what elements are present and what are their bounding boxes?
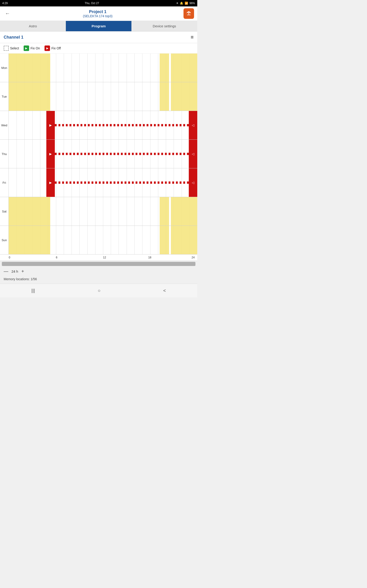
time-axis: 0 6 12 18 24: [0, 254, 197, 261]
schedule-grid: Mon Tue: [0, 53, 197, 254]
status-date: Thu, Oct 27: [85, 2, 99, 5]
prog-start-thu: ▶: [46, 140, 55, 168]
day-grid-thu[interactable]: ▶ ◁: [9, 140, 197, 168]
select-box-icon: [4, 46, 9, 51]
bottom-navigation: ||| ○ <: [0, 284, 197, 297]
upload-button[interactable]: [184, 8, 194, 19]
status-bar: 4:29 Thu, Oct 27 ✈ 🔔 📶 96%: [0, 0, 197, 6]
legend-fix-off[interactable]: ▶ Fix Off: [44, 45, 61, 51]
legend-select[interactable]: Select: [4, 46, 19, 51]
zoom-out-button[interactable]: —: [4, 269, 8, 274]
time-label-12: 12: [103, 256, 106, 259]
day-label-sun: Sun: [0, 226, 9, 254]
tab-program[interactable]: Program: [66, 21, 132, 31]
status-time: 4:29: [2, 2, 8, 5]
time-label-18: 18: [148, 256, 151, 259]
tab-bar: Astro Program Device settings: [0, 21, 197, 32]
battery-label: 96%: [190, 2, 195, 5]
row-wed: Wed ▶ ◁: [0, 111, 197, 140]
fix-on-icon: ▶: [24, 45, 29, 51]
svg-rect-0: [187, 15, 191, 15]
fix-off-label: Fix Off: [51, 46, 61, 50]
nav-home-button[interactable]: ○: [93, 287, 105, 295]
project-title-block: Project 1 (SELEKTA 174 top3): [12, 9, 184, 18]
header: ← Project 1 (SELEKTA 174 top3): [0, 6, 197, 21]
prog-end-thu: ◁: [189, 140, 197, 168]
day-grid-sun[interactable]: [9, 226, 197, 254]
row-tue: Tue: [0, 82, 197, 111]
signal-icon: ✈: [176, 2, 178, 5]
tab-device-settings[interactable]: Device settings: [131, 21, 197, 31]
project-title: Project 1: [12, 9, 184, 14]
back-button[interactable]: ←: [3, 10, 12, 17]
legend-bar: Select ▶ Fix On ▶ Fix Off: [0, 43, 197, 53]
time-label-24: 24: [192, 256, 194, 259]
day-grid-mon[interactable]: [9, 53, 197, 82]
row-thu: Thu ▶ ◁: [0, 140, 197, 168]
nav-back-button[interactable]: <: [159, 287, 171, 295]
day-grid-fri[interactable]: ▶ ◁: [9, 168, 197, 197]
day-grid-tue[interactable]: [9, 82, 197, 111]
channel-title: Channel 1: [4, 35, 23, 40]
prog-end-fri: ◁: [189, 168, 197, 197]
zoom-level: 24 h: [11, 269, 18, 273]
time-label-6: 6: [56, 256, 58, 259]
prog-start-fri: ▶: [46, 168, 55, 197]
legend-fix-on[interactable]: ▶ Fix On: [24, 45, 40, 51]
wifi-icon: 🔔: [180, 2, 183, 5]
day-label-thu: Thu: [0, 140, 9, 168]
zoom-controls: — 24 h +: [0, 267, 197, 276]
day-grid-sat[interactable]: [9, 197, 197, 225]
prog-start-wed: ▶: [46, 111, 55, 139]
day-label-mon: Mon: [0, 53, 9, 82]
tab-astro[interactable]: Astro: [0, 21, 66, 31]
channel-header: Channel 1 ≡: [0, 32, 197, 43]
time-scrollbar[interactable]: [2, 262, 195, 266]
day-label-tue: Tue: [0, 82, 9, 111]
channel-menu-icon[interactable]: ≡: [191, 34, 194, 40]
fix-on-label: Fix On: [31, 46, 40, 50]
day-label-fri: Fri: [0, 168, 9, 197]
row-sun: Sun: [0, 226, 197, 254]
fix-off-icon: ▶: [44, 45, 50, 51]
network-icon: 📶: [185, 2, 188, 5]
day-grid-wed[interactable]: ▶ ◁: [9, 111, 197, 139]
memory-info: Memory locations: 1/56: [0, 276, 197, 284]
prog-end-wed: ◁: [189, 111, 197, 139]
day-label-wed: Wed: [0, 111, 9, 139]
memory-label: Memory locations: 1/56: [4, 277, 37, 281]
row-fri: Fri ▶ ◁: [0, 168, 197, 197]
day-label-sat: Sat: [0, 197, 9, 225]
zoom-in-button[interactable]: +: [21, 269, 24, 274]
row-sat: Sat: [0, 197, 197, 226]
row-mon: Mon: [0, 53, 197, 82]
upload-icon: [186, 11, 192, 16]
select-label: Select: [10, 46, 19, 50]
nav-menu-button[interactable]: |||: [27, 287, 40, 295]
time-label-0: 0: [9, 256, 10, 259]
project-subtitle: (SELEKTA 174 top3): [12, 14, 184, 18]
